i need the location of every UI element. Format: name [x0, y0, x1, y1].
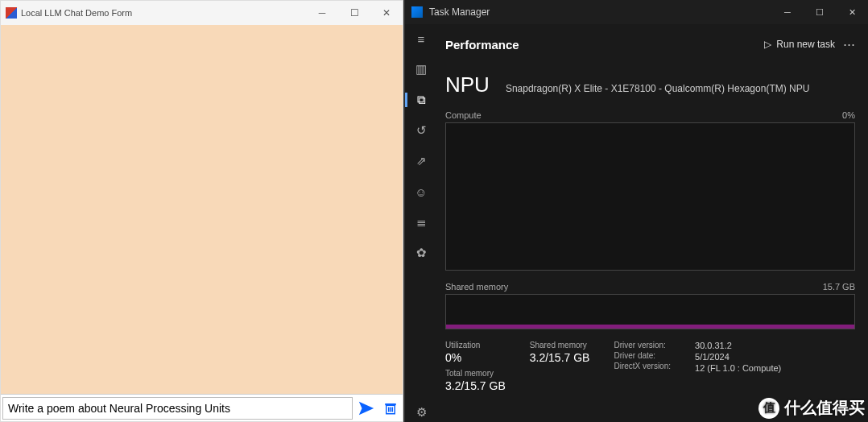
run-new-label: Run new task [776, 39, 835, 50]
watermark: 值 什么值得买 [758, 397, 865, 419]
npu-heading: NPU Snapdragon(R) X Elite - X1E78100 - Q… [445, 72, 855, 97]
chat-input[interactable] [2, 397, 353, 420]
shmem-value: 3.2/15.7 GB [530, 351, 590, 364]
window-buttons: ─ ☐ ✕ [306, 1, 403, 25]
window-title-text: Local LLM Chat Demo Form [21, 8, 132, 18]
tab-performance[interactable]: ⧉ [410, 90, 432, 110]
shmem-label: Shared memory [530, 341, 590, 350]
close-button[interactable]: ✕ [370, 1, 403, 25]
window-buttons: ─ ☐ ✕ [771, 0, 868, 24]
watermark-badge: 值 [758, 398, 779, 419]
stats-grid: Utilization 0% Total memory 3.2/15.7 GB … [445, 341, 855, 392]
window-title-text: Task Manager [429, 6, 490, 18]
send-icon [358, 399, 375, 417]
maximize-button[interactable]: ☐ [804, 0, 836, 24]
stats-col-4: 30.0.31.2 5/1/2024 12 (FL 1.0 : Compute) [695, 341, 781, 392]
compute-label: Compute [445, 110, 482, 120]
window-title: Task Manager [411, 6, 490, 18]
tab-title: Performance [445, 38, 519, 52]
shared-memory-fill [446, 325, 854, 329]
shared-mem-max: 15.7 GB [823, 282, 855, 292]
npu-subtitle: Snapdragon(R) X Elite - X1E78100 - Qualc… [506, 83, 809, 94]
tab-app-history[interactable]: ↺ [410, 121, 432, 140]
compute-max: 0% [842, 110, 855, 120]
dxver-label: DirectX version: [614, 362, 671, 370]
input-bar [1, 394, 403, 421]
window-title: Local LLM Chat Demo Form [6, 7, 132, 19]
drvver-value: 30.0.31.2 [695, 341, 781, 350]
tab-services[interactable]: ✿ [410, 243, 432, 263]
totmem-value: 3.2/15.7 GB [445, 379, 506, 392]
compute-graph [445, 122, 855, 271]
drvdate-value: 5/1/2024 [695, 352, 781, 362]
main-panel: Performance ▷ Run new task ⋯ NPU Snapdra… [437, 24, 868, 422]
titlebar[interactable]: Local LLM Chat Demo Form ─ ☐ ✕ [1, 1, 403, 25]
drvdate-label: Driver date: [614, 351, 671, 360]
sidebar: ≡ ▥ ⧉ ↺ ⇗ ☺ ≣ ✿ ⚙ [405, 24, 437, 422]
shared-mem-label: Shared memory [445, 282, 508, 292]
compute-graph-block: Compute 0% Shared memory 15.7 GB [445, 110, 855, 329]
llm-chat-window: Local LLM Chat Demo Form ─ ☐ ✕ [0, 0, 403, 422]
send-button[interactable] [354, 396, 378, 420]
run-new-task-button[interactable]: ▷ Run new task [764, 39, 835, 50]
maximize-button[interactable]: ☐ [338, 1, 370, 25]
app-icon [6, 7, 17, 19]
util-value: 0% [445, 351, 506, 364]
task-manager-body: ≡ ▥ ⧉ ↺ ⇗ ☺ ≣ ✿ ⚙ Performance ▷ Run new … [405, 24, 868, 422]
minimize-button[interactable]: ─ [306, 1, 338, 25]
trash-icon [383, 400, 398, 416]
tab-processes[interactable]: ▥ [410, 60, 432, 79]
hamburger-icon[interactable]: ≡ [410, 29, 432, 48]
dxver-value: 12 (FL 1.0 : Compute) [695, 363, 781, 373]
util-label: Utilization [445, 341, 506, 350]
run-icon: ▷ [764, 39, 771, 50]
shared-memory-graph [445, 294, 855, 329]
clear-button[interactable] [378, 396, 403, 420]
app-icon [411, 6, 423, 18]
watermark-text: 什么值得买 [784, 397, 865, 419]
panel-header: Performance ▷ Run new task ⋯ [445, 31, 855, 58]
task-manager-window: Task Manager ─ ☐ ✕ ≡ ▥ ⧉ ↺ ⇗ ☺ ≣ ✿ ⚙ Per… [405, 0, 868, 422]
totmem-label: Total memory [445, 369, 506, 378]
minimize-button[interactable]: ─ [771, 0, 804, 24]
settings-icon[interactable]: ⚙ [410, 403, 432, 422]
tab-details[interactable]: ≣ [410, 213, 432, 232]
close-button[interactable]: ✕ [836, 0, 868, 24]
stats-col-3: Driver version: Driver date: DirectX ver… [614, 341, 671, 392]
titlebar[interactable]: Task Manager ─ ☐ ✕ [405, 0, 868, 24]
tab-startup[interactable]: ⇗ [410, 151, 432, 171]
stats-col-2: Shared memory 3.2/15.7 GB [530, 341, 590, 392]
more-options-icon[interactable]: ⋯ [843, 37, 855, 52]
chat-output [1, 25, 403, 394]
npu-title: NPU [445, 72, 490, 97]
stats-col-1: Utilization 0% Total memory 3.2/15.7 GB [445, 341, 506, 392]
tab-users[interactable]: ☺ [410, 182, 432, 201]
drvver-label: Driver version: [614, 341, 671, 350]
svg-rect-1 [385, 403, 396, 405]
